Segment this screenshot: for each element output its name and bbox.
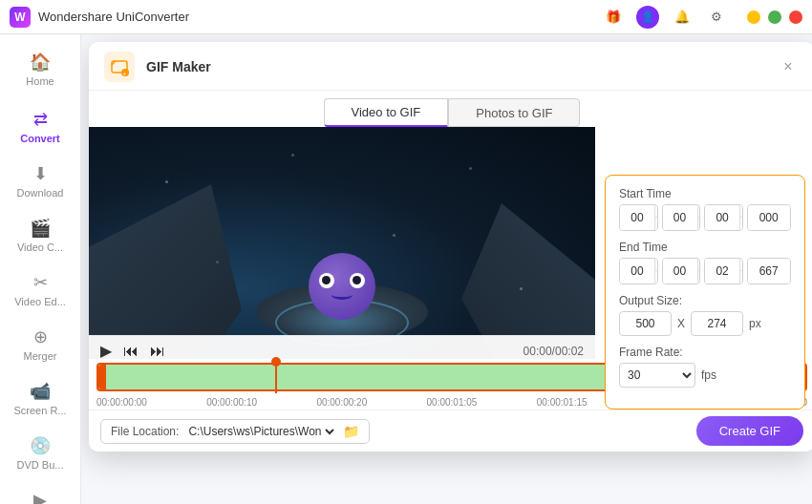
- tab-photos-to-gif[interactable]: Photos to GIF: [448, 98, 580, 127]
- start-ss-spinner: ▲ ▼: [739, 205, 743, 230]
- start-ss-up[interactable]: ▲: [740, 205, 743, 218]
- fps-row: 30 15 24 60 fps: [619, 363, 791, 388]
- gif-maker-header: + GIF Maker ×: [89, 42, 812, 91]
- sidebar-item-videocomp[interactable]: 🎬 Video C...: [0, 208, 80, 262]
- timeline-playhead[interactable]: [275, 361, 277, 393]
- screenrec-icon: 📹: [30, 381, 51, 402]
- height-input[interactable]: [691, 311, 743, 336]
- tab-video-to-gif[interactable]: Video to GIF: [324, 98, 449, 127]
- start-hh-input[interactable]: [620, 205, 654, 230]
- user-icon[interactable]: 👤: [636, 6, 659, 29]
- width-input[interactable]: [619, 311, 672, 336]
- fps-label: fps: [701, 368, 716, 382]
- start-mm-down[interactable]: ▼: [698, 218, 701, 230]
- play-button[interactable]: ▶: [100, 342, 112, 360]
- title-bar-left: W Wondershare UniConverter: [10, 7, 189, 28]
- sidebar-item-convert[interactable]: ⇄ Convert: [0, 96, 80, 154]
- start-ms-spinner: ▲ ▼: [790, 205, 791, 230]
- particle: [469, 167, 472, 170]
- gif-maker-title: GIF Maker: [146, 59, 211, 74]
- sidebar-item-videoedit[interactable]: ✂ Video Ed...: [0, 262, 80, 317]
- particle: [520, 287, 523, 290]
- gift-icon[interactable]: 🎁: [602, 6, 625, 29]
- end-ms-input[interactable]: [748, 259, 790, 284]
- player-icon: ▶: [33, 490, 47, 504]
- end-ms-spinner: ▲ ▼: [790, 259, 791, 284]
- end-time-label: End Time: [619, 241, 791, 254]
- sidebar-item-home[interactable]: 🏠 Home: [0, 42, 80, 96]
- start-ss-down[interactable]: ▼: [740, 218, 743, 230]
- start-ms-input-group: ▲ ▼: [747, 204, 791, 231]
- file-path-select[interactable]: C:\Users\ws\Pictures\Wonder...: [184, 424, 337, 439]
- particle: [291, 154, 294, 157]
- end-ss-input[interactable]: [705, 259, 739, 284]
- end-ms-input-group: ▲ ▼: [747, 258, 791, 284]
- end-hh-spinner: ▲ ▼: [654, 259, 658, 284]
- window-controls: [747, 10, 802, 24]
- sidebar-item-download[interactable]: ⬇ Download: [0, 154, 80, 208]
- sidebar-item-merger[interactable]: ⊕ Merger: [0, 317, 80, 371]
- content-area: + GIF Maker × Video to GIF Photos to GIF: [81, 34, 812, 504]
- bottom-bar: File Location: C:\Users\ws\Pictures\Wond…: [89, 410, 812, 452]
- frame-rate-group: Frame Rate: 30 15 24 60 fps: [619, 346, 791, 388]
- end-time-row: ▲ ▼ ▲ ▼: [619, 258, 791, 284]
- end-mm-input-group: ▲ ▼: [662, 258, 701, 284]
- end-ss-down[interactable]: ▼: [740, 271, 743, 284]
- end-mm-down[interactable]: ▼: [698, 271, 701, 284]
- start-hh-spinner: ▲ ▼: [654, 205, 658, 230]
- gif-maker-close-button[interactable]: ×: [777, 55, 800, 78]
- sidebar-item-screenrec[interactable]: 📹 Screen R...: [0, 371, 80, 426]
- start-hh-input-group: ▲ ▼: [619, 204, 658, 231]
- minimize-button[interactable]: [747, 10, 760, 24]
- download-icon: ⬇: [33, 163, 48, 184]
- sidebar-item-player[interactable]: ▶ Player: [0, 480, 80, 504]
- particle: [165, 180, 168, 183]
- settings-panel: Start Time ▲ ▼: [605, 175, 805, 410]
- end-mm-input[interactable]: [663, 259, 697, 284]
- start-mm-input[interactable]: [663, 205, 697, 230]
- app-logo: W: [10, 7, 31, 28]
- output-size-label: Output Size:: [619, 294, 791, 307]
- end-ss-spinner: ▲ ▼: [739, 259, 743, 284]
- end-mm-up[interactable]: ▲: [698, 259, 701, 271]
- close-window-button[interactable]: [789, 10, 802, 24]
- gif-maker-panel: + GIF Maker × Video to GIF Photos to GIF: [89, 42, 812, 452]
- svg-text:+: +: [123, 71, 126, 76]
- title-bar: W Wondershare UniConverter 🎁 👤 🔔 ⚙: [0, 0, 812, 34]
- start-hh-up[interactable]: ▲: [655, 205, 658, 218]
- ruler-mark-3: 00:00:01:05: [427, 397, 478, 408]
- size-row: X px: [619, 311, 791, 336]
- particle: [216, 261, 219, 263]
- bell-icon[interactable]: 🔔: [671, 6, 694, 29]
- home-icon: 🏠: [30, 52, 51, 73]
- start-ss-input[interactable]: [705, 205, 739, 230]
- fps-select[interactable]: 30 15 24 60: [619, 363, 695, 388]
- timeline-left-handle[interactable]: [98, 365, 106, 389]
- end-hh-down[interactable]: ▼: [655, 271, 658, 284]
- next-button[interactable]: ⏭: [150, 343, 165, 360]
- settings-icon[interactable]: ⚙: [705, 6, 728, 29]
- start-time-label: Start Time: [619, 187, 791, 200]
- start-hh-down[interactable]: ▼: [655, 218, 658, 230]
- px-label: px: [749, 317, 761, 330]
- time-display: 00:00/00:02: [524, 345, 584, 358]
- sidebar-item-dvd[interactable]: 💿 DVD Bu...: [0, 426, 80, 480]
- start-mm-up[interactable]: ▲: [698, 205, 701, 218]
- end-ss-up[interactable]: ▲: [740, 259, 743, 271]
- start-ms-input[interactable]: [748, 205, 790, 230]
- sidebar: 🏠 Home ⇄ Convert ⬇ Download 🎬 Video C...…: [0, 34, 81, 504]
- create-gif-button[interactable]: Create GIF: [696, 416, 803, 446]
- prev-button[interactable]: ⏮: [123, 343, 139, 360]
- convert-icon: ⇄: [33, 109, 48, 130]
- end-hh-input-group: ▲ ▼: [619, 258, 658, 284]
- maximize-button[interactable]: [768, 10, 781, 24]
- main-layout: 🏠 Home ⇄ Convert ⬇ Download 🎬 Video C...…: [0, 34, 812, 504]
- title-bar-right: 🎁 👤 🔔 ⚙: [602, 6, 802, 29]
- end-hh-input[interactable]: [620, 259, 654, 284]
- folder-icon[interactable]: 📁: [343, 424, 359, 439]
- end-time-group: End Time ▲ ▼: [619, 241, 791, 284]
- end-hh-up[interactable]: ▲: [655, 259, 658, 271]
- frame-rate-label: Frame Rate:: [619, 346, 791, 359]
- end-ss-input-group: ▲ ▼: [704, 258, 743, 284]
- videocomp-icon: 🎬: [30, 218, 51, 239]
